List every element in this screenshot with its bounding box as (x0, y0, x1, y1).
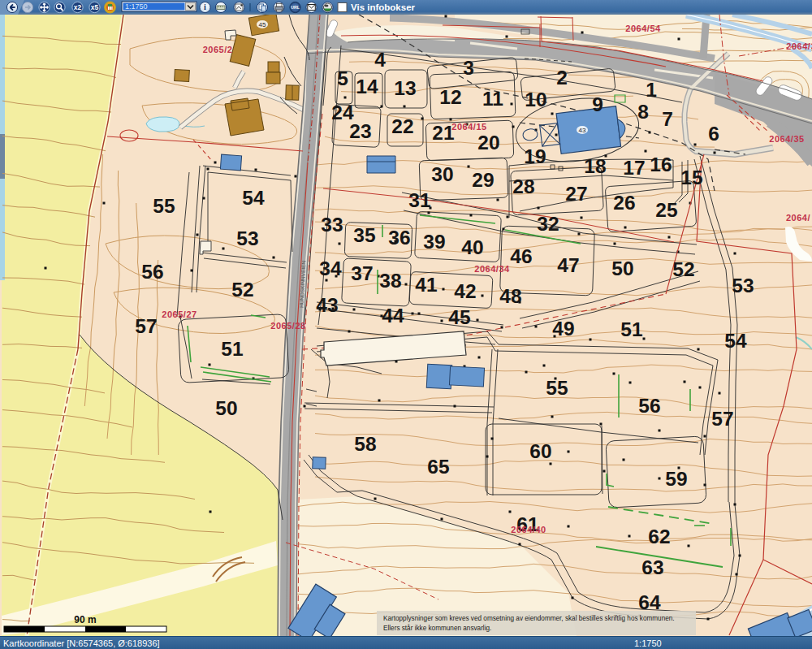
svg-text:37: 37 (351, 262, 373, 284)
svg-text:7: 7 (662, 108, 673, 130)
svg-text:2064/: 2064/ (786, 213, 810, 223)
svg-text:6: 6 (708, 123, 719, 145)
svg-text:x5: x5 (91, 3, 99, 11)
svg-text:2065/2: 2065/2 (203, 45, 233, 54)
svg-text:15: 15 (680, 167, 702, 188)
svg-text:33: 33 (321, 214, 343, 236)
svg-text:14: 14 (356, 76, 378, 97)
svg-text:53: 53 (236, 227, 258, 249)
svg-text:43: 43 (579, 127, 586, 134)
svg-text:2064/54: 2064/54 (625, 24, 661, 33)
svg-text:44: 44 (382, 305, 404, 327)
svg-text:63: 63 (641, 556, 663, 578)
svg-text:52: 52 (231, 279, 253, 301)
svg-text:55: 55 (153, 195, 175, 217)
svg-text:12: 12 (439, 86, 461, 108)
svg-text:31: 31 (408, 189, 430, 211)
svg-text:34: 34 (319, 257, 342, 279)
svg-text:2064/34: 2064/34 (474, 264, 510, 274)
svg-text:2064/35: 2064/35 (769, 134, 804, 144)
svg-text:22: 22 (391, 115, 413, 137)
svg-text:13: 13 (394, 77, 416, 99)
svg-text:16: 16 (650, 154, 672, 175)
svg-text:32: 32 (537, 213, 559, 235)
svg-text:54: 54 (242, 187, 265, 209)
svg-text:59: 59 (665, 468, 687, 490)
svg-text:5: 5 (337, 67, 348, 89)
svg-text:57: 57 (135, 315, 157, 337)
svg-text:Ellers står ikke kommunen ansv: Ellers står ikke kommunen ansvarlig. (383, 624, 491, 632)
svg-text:41: 41 (415, 274, 437, 296)
svg-text:35: 35 (353, 224, 375, 246)
svg-text:Vis infobokser: Vis infobokser (351, 2, 416, 12)
svg-text:45: 45 (259, 21, 266, 28)
svg-text:65: 65 (427, 456, 449, 478)
svg-text:10: 10 (525, 89, 546, 110)
svg-text:2: 2 (556, 67, 568, 89)
svg-text:x2: x2 (74, 3, 82, 11)
svg-text:Kartopplysninger som kreves ve: Kartopplysninger som kreves ved omsetnin… (383, 615, 675, 622)
svg-text:17: 17 (623, 157, 645, 179)
svg-text:9: 9 (592, 93, 603, 115)
svg-text:11: 11 (482, 88, 503, 110)
svg-text:8: 8 (637, 101, 649, 123)
svg-text:28: 28 (512, 175, 534, 197)
svg-text:4: 4 (374, 49, 386, 71)
svg-text:51: 51 (221, 338, 243, 360)
svg-text:53: 53 (732, 275, 754, 296)
svg-text:45: 45 (448, 306, 470, 328)
svg-text:1: 1 (646, 79, 657, 101)
svg-text:42: 42 (454, 280, 476, 302)
svg-text:52: 52 (672, 258, 694, 280)
svg-text:47: 47 (557, 254, 579, 276)
svg-text:64: 64 (638, 591, 661, 613)
svg-text:50: 50 (611, 257, 633, 279)
svg-text:2064/40: 2064/40 (511, 525, 546, 534)
svg-text:43: 43 (316, 294, 338, 316)
svg-text:27: 27 (565, 183, 587, 205)
svg-text:57: 57 (711, 408, 733, 430)
svg-text:2064/35: 2064/35 (786, 41, 812, 51)
svg-text:25: 25 (655, 199, 677, 221)
svg-text:48: 48 (499, 285, 521, 307)
svg-text:23: 23 (349, 120, 371, 142)
svg-text:1:1750: 1:1750 (125, 2, 148, 11)
svg-text:38: 38 (379, 270, 401, 292)
svg-text:90 m: 90 m (74, 614, 96, 625)
svg-text:55: 55 (546, 377, 568, 399)
svg-text:62: 62 (648, 526, 670, 547)
svg-text:20: 20 (477, 132, 499, 154)
svg-text:i: i (204, 2, 206, 11)
svg-text:56: 56 (141, 261, 163, 283)
svg-text:2065/27: 2065/27 (162, 309, 197, 319)
svg-text:29: 29 (472, 169, 494, 191)
svg-text:2064/15: 2064/15 (451, 122, 486, 132)
svg-text:40: 40 (461, 236, 483, 258)
svg-text:50: 50 (215, 397, 237, 419)
svg-text:19: 19 (524, 145, 546, 167)
svg-text:18: 18 (584, 155, 606, 177)
svg-text:46: 46 (510, 245, 532, 267)
svg-text:36: 36 (388, 227, 410, 249)
svg-text:2065/28: 2065/28 (270, 321, 305, 331)
svg-text:26: 26 (613, 192, 635, 214)
svg-text:58: 58 (354, 433, 376, 455)
svg-text:60: 60 (529, 440, 551, 462)
svg-text:54: 54 (724, 330, 747, 352)
svg-text:3: 3 (463, 57, 474, 79)
svg-text:URL: URL (291, 5, 300, 10)
svg-text:49: 49 (552, 318, 574, 340)
svg-text:30: 30 (431, 163, 453, 185)
svg-text:51: 51 (620, 318, 642, 340)
svg-text:39: 39 (423, 231, 445, 253)
svg-text:56: 56 (638, 395, 660, 417)
